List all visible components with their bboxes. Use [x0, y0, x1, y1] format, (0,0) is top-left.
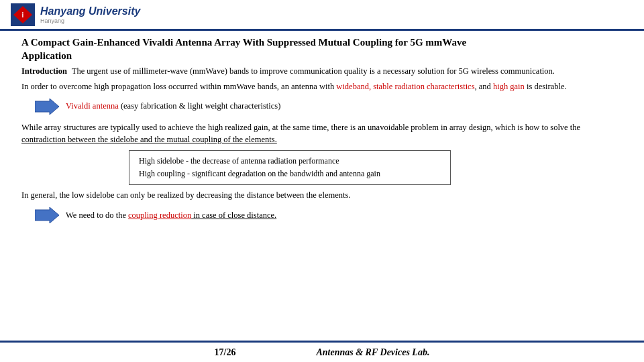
- infobox-line2: High coupling - significant degradation …: [139, 168, 441, 180]
- arrow2-label: We need to do the coupling reduction in …: [66, 210, 276, 221]
- arrow-icon-1: [35, 97, 59, 116]
- general-paragraph: In general, the low sidelobe can only be…: [21, 189, 623, 202]
- logo-icon: i: [11, 3, 35, 26]
- header: i Hanyang University Hanyang: [0, 0, 644, 31]
- footer-lab: Antennas & RF Devices Lab.: [316, 347, 429, 358]
- main-content: A Compact Gain-Enhanced Vivaldi Antenna …: [0, 31, 644, 234]
- arrow2-pre: We need to do the: [66, 210, 128, 220]
- general-text: In general, the low sidelobe can only be…: [21, 190, 350, 200]
- second-paragraph: In order to overcome high propagation lo…: [21, 80, 623, 93]
- info-box: High sidelobe - the decrease of antenna …: [129, 150, 451, 185]
- arrow1-post: (easy fabrication & light weight charact…: [121, 101, 280, 111]
- array-text-pre: While array structures are typically use…: [21, 123, 580, 132]
- logo-container: i Hanyang University Hanyang: [11, 3, 140, 26]
- arrow2-post: in case of close distance.: [191, 210, 276, 220]
- svg-marker-4: [35, 207, 59, 223]
- array-paragraph: While array structures are typically use…: [21, 121, 623, 147]
- second-text-pre: In order to overcome high propagation lo…: [21, 82, 336, 91]
- intro-paragraph: Introduction The urgent use of millimete…: [21, 65, 623, 78]
- footer-page: 17/26: [215, 347, 236, 358]
- second-text-post: is desirable.: [525, 82, 567, 91]
- title-line1: A Compact Gain-Enhanced Vivaldi Antenna …: [21, 37, 466, 48]
- title-line2: Application: [21, 50, 72, 61]
- vivaldi-text: Vivaldi antenna: [66, 101, 119, 111]
- intro-label: Introduction: [21, 66, 67, 76]
- infobox-line1: High sidelobe - the decrease of antenna …: [139, 155, 441, 168]
- highlight-gain: high gain: [493, 82, 525, 91]
- svg-text:i: i: [22, 11, 24, 19]
- main-title: A Compact Gain-Enhanced Vivaldi Antenna …: [21, 36, 623, 62]
- coupling-reduction: coupling reduction: [128, 210, 191, 220]
- second-text-mid: , and: [475, 82, 493, 91]
- footer: 17/26 Antennas & RF Devices Lab.: [0, 341, 644, 362]
- university-name: Hanyang University: [40, 5, 140, 17]
- arrow1-label: Vivaldi antenna (easy fabrication & ligh…: [66, 101, 280, 111]
- arrow-icon-2: [35, 206, 59, 225]
- arrow-block-1: Vivaldi antenna (easy fabrication & ligh…: [35, 97, 623, 116]
- logo-text: Hanyang University Hanyang: [40, 5, 140, 24]
- arrow-block-2: We need to do the coupling reduction in …: [35, 206, 623, 225]
- array-text-underline: contradiction between the sidelobe and t…: [21, 135, 277, 144]
- svg-marker-3: [35, 99, 59, 115]
- highlight-wideband: wideband, stable radiation characteristi…: [336, 82, 474, 91]
- logo-sub: Hanyang: [40, 17, 140, 24]
- intro-text1: The urgent use of millimeter-wave (mmWav…: [72, 66, 555, 76]
